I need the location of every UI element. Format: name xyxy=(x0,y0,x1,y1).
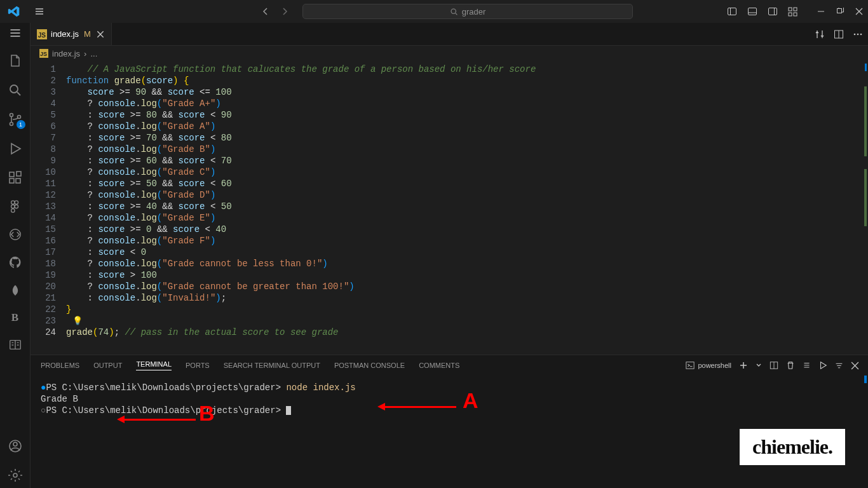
maximize-icon[interactable] xyxy=(836,8,844,15)
extensions-icon[interactable] xyxy=(8,170,23,186)
search-text: grader xyxy=(462,7,486,17)
svg-rect-13 xyxy=(10,172,14,177)
editor[interactable]: 123456789101112131415161718192021222324 … xyxy=(31,61,868,355)
panel-tabs: PROBLEMS OUTPUT TERMINAL PORTS SEARCH TE… xyxy=(31,355,868,376)
terminal-shell-icon[interactable]: powershell xyxy=(686,361,731,370)
editor-group: JS index.js M JS index.js › ... 12345678… xyxy=(31,23,868,488)
source-control-icon[interactable]: 1 xyxy=(8,112,23,127)
more-icon[interactable] xyxy=(853,29,863,39)
terminal-split-chevron-icon[interactable] xyxy=(756,362,762,369)
terminal-command: node index.js xyxy=(286,383,355,393)
svg-rect-7 xyxy=(794,13,797,16)
annotation-label-a: A xyxy=(463,395,478,406)
svg-point-9 xyxy=(10,85,18,93)
scroll-lock-icon[interactable] xyxy=(803,362,811,370)
layout-bottom-icon[interactable] xyxy=(747,6,757,17)
comments-tab[interactable]: COMMENTS xyxy=(419,362,459,369)
nav-forward-icon[interactable] xyxy=(280,6,290,17)
breadcrumb-rest: ... xyxy=(90,49,97,58)
line-numbers: 123456789101112131415161718192021222324 xyxy=(31,61,66,355)
annotation-arrow-a xyxy=(380,406,456,408)
filter-icon[interactable] xyxy=(835,362,843,370)
svg-rect-15 xyxy=(16,179,20,183)
overview-ruler xyxy=(864,376,867,383)
tab-close-icon[interactable] xyxy=(96,30,105,39)
search-icon[interactable] xyxy=(8,83,23,98)
terminal-prompt: PS C:\Users\melik\Downloads\projects\gra… xyxy=(46,405,286,416)
js-file-icon: JS xyxy=(37,29,47,39)
settings-icon[interactable] xyxy=(8,468,23,483)
compare-changes-icon[interactable] xyxy=(815,29,825,39)
terminal-tab[interactable]: TERMINAL xyxy=(136,360,172,370)
panel-close-icon[interactable] xyxy=(851,362,859,370)
new-terminal-icon[interactable] xyxy=(739,361,748,370)
overview-ruler xyxy=(864,86,867,156)
app-logo xyxy=(5,5,31,18)
code-content[interactable]: // A JavaScript function that calucates … xyxy=(66,61,536,355)
svg-point-0 xyxy=(451,9,456,13)
modified-indicator: M xyxy=(84,29,91,39)
svg-rect-14 xyxy=(10,179,14,183)
terminal-output: Grade B xyxy=(41,393,858,405)
tab-bar: JS index.js M xyxy=(31,23,868,46)
vscode-icon xyxy=(8,5,20,18)
watermark: chiemelie. xyxy=(740,429,845,465)
svg-rect-16 xyxy=(17,172,21,176)
layout-right-icon[interactable] xyxy=(768,6,778,17)
run-debug-icon[interactable] xyxy=(8,141,23,156)
nav-back-icon[interactable] xyxy=(261,6,271,17)
scm-badge: 1 xyxy=(17,120,25,129)
breadcrumb-sep: › xyxy=(84,49,86,58)
reading-icon[interactable] xyxy=(8,338,22,352)
customize-layout-icon[interactable] xyxy=(788,6,798,17)
github-icon[interactable] xyxy=(8,255,22,269)
accounts-icon[interactable] xyxy=(8,438,23,454)
postman-tab[interactable]: POSTMAN CONSOLE xyxy=(334,362,405,369)
svg-point-10 xyxy=(10,114,13,117)
svg-point-17 xyxy=(11,201,14,205)
terminal-prompt: PS C:\Users\melik\Downloads\projects\gra… xyxy=(46,383,286,393)
run-icon[interactable] xyxy=(818,361,827,370)
explorer-icon[interactable] xyxy=(8,53,23,69)
breadcrumb-file: index.js xyxy=(52,49,80,58)
terminal-panel: PROBLEMS OUTPUT TERMINAL PORTS SEARCH TE… xyxy=(31,355,868,488)
activity-bar: 1 B xyxy=(0,23,31,488)
svg-point-30 xyxy=(860,33,862,35)
svg-point-26 xyxy=(13,473,17,477)
title-bar: grader xyxy=(0,0,868,23)
js-file-icon: JS xyxy=(39,49,48,58)
codeium-icon[interactable] xyxy=(8,227,22,241)
svg-point-19 xyxy=(11,205,14,208)
command-center[interactable]: grader xyxy=(302,4,633,19)
menu-collapsed-icon[interactable] xyxy=(9,27,22,39)
minimize-icon[interactable] xyxy=(817,8,825,15)
output-tab[interactable]: OUTPUT xyxy=(93,362,122,369)
svg-rect-3 xyxy=(769,8,777,15)
bold-icon[interactable]: B xyxy=(11,311,18,324)
search-terminal-tab[interactable]: SEARCH TERMINAL OUTPUT xyxy=(224,362,320,369)
svg-point-29 xyxy=(857,33,859,35)
svg-rect-8 xyxy=(837,9,842,13)
annotation-label-b: B xyxy=(199,407,215,419)
tab-indexjs[interactable]: JS index.js M xyxy=(31,23,112,45)
terminal-cursor xyxy=(286,406,291,415)
close-icon[interactable] xyxy=(855,8,863,15)
ports-tab[interactable]: PORTS xyxy=(186,362,210,369)
menu-icon[interactable] xyxy=(34,6,44,17)
split-editor-icon[interactable] xyxy=(834,29,844,39)
overview-ruler xyxy=(865,64,867,71)
svg-point-28 xyxy=(854,33,856,35)
layout-left-icon[interactable] xyxy=(727,6,737,17)
problems-tab[interactable]: PROBLEMS xyxy=(41,362,79,369)
kill-terminal-icon[interactable] xyxy=(786,361,795,370)
svg-point-20 xyxy=(15,205,18,208)
svg-rect-6 xyxy=(789,13,792,16)
split-terminal-icon[interactable] xyxy=(770,361,778,370)
svg-rect-5 xyxy=(794,8,797,11)
mongodb-icon[interactable] xyxy=(9,283,22,297)
breadcrumb[interactable]: JS index.js › ... xyxy=(31,46,868,61)
svg-point-21 xyxy=(11,209,14,213)
figma-icon[interactable] xyxy=(8,200,22,214)
svg-point-18 xyxy=(15,201,18,205)
svg-point-11 xyxy=(10,123,13,126)
